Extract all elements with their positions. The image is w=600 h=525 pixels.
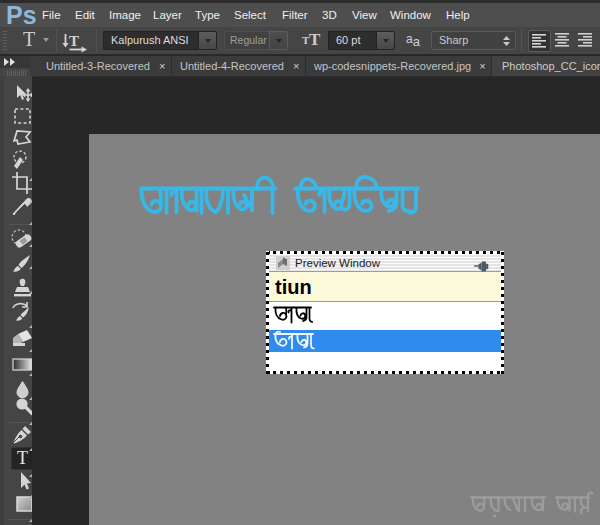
svg-text:T: T xyxy=(69,33,79,49)
